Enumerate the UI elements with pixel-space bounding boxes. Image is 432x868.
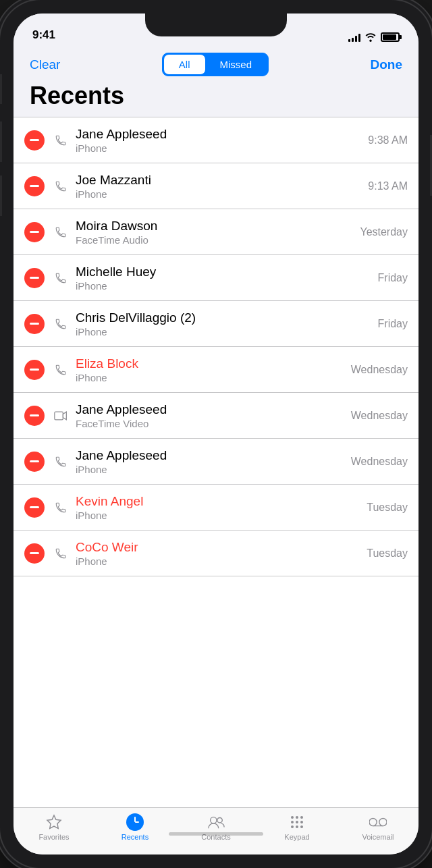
list-item[interactable]: Moira DawsonFaceTime AudioYesterday xyxy=(14,209,418,255)
call-info: CoCo WeiriPhone xyxy=(76,539,367,568)
delete-button[interactable] xyxy=(24,176,45,196)
call-subtype: FaceTime Audio xyxy=(76,234,360,246)
svg-point-9 xyxy=(291,825,294,828)
phone-icon xyxy=(54,455,68,468)
call-time: Wednesday xyxy=(351,456,408,468)
volume-up-button[interactable] xyxy=(0,121,2,162)
svg-point-5 xyxy=(300,816,303,819)
call-info: Chris DelVillaggio (2)iPhone xyxy=(76,310,378,338)
tab-contacts[interactable]: Contacts xyxy=(176,813,256,841)
favorites-label: Favorites xyxy=(38,833,69,841)
call-name: Joe Mazzanti xyxy=(76,172,368,189)
delete-button[interactable] xyxy=(24,497,45,518)
nav-row: Clear All Missed Done xyxy=(30,53,402,76)
list-item[interactable]: Joe MazzantiiPhone9:13 AM xyxy=(14,163,418,209)
call-subtype: iPhone xyxy=(76,142,368,154)
svg-point-7 xyxy=(296,821,298,823)
list-item[interactable]: Michelle HueyiPhoneFriday xyxy=(14,255,418,301)
delete-button[interactable] xyxy=(24,130,45,151)
svg-point-6 xyxy=(291,821,294,823)
call-time: Tuesday xyxy=(367,501,408,514)
signal-icon xyxy=(348,32,360,42)
nav-bar: Clear All Missed Done xyxy=(14,47,418,79)
keypad-label: Keypad xyxy=(284,833,309,841)
contacts-icon xyxy=(207,813,225,831)
list-item[interactable]: Jane AppleseediPhone9:38 AM xyxy=(14,117,418,163)
recents-label: Recents xyxy=(122,833,148,841)
call-subtype: iPhone xyxy=(76,280,378,292)
silent-switch[interactable] xyxy=(0,74,2,104)
keypad-icon xyxy=(288,813,306,831)
call-info: Eliza BlockiPhone xyxy=(76,356,351,384)
call-name: Moira Dawson xyxy=(76,218,360,235)
delete-button[interactable] xyxy=(24,222,45,242)
call-info: Jane AppleseedFaceTime Video xyxy=(76,402,351,430)
phone-icon xyxy=(54,317,68,331)
list-item[interactable]: Jane AppleseedFaceTime VideoWednesday xyxy=(14,393,418,439)
done-button[interactable]: Done xyxy=(371,57,403,72)
call-name: Eliza Block xyxy=(76,356,351,373)
missed-tab[interactable]: Missed xyxy=(205,55,267,74)
svg-point-3 xyxy=(291,816,294,819)
phone-icon xyxy=(54,547,68,560)
call-subtype: iPhone xyxy=(76,510,367,521)
call-time: 9:13 AM xyxy=(368,180,408,192)
call-name: Jane Appleseed xyxy=(76,447,351,464)
list-item[interactable]: CoCo WeiriPhoneTuesday xyxy=(14,531,418,576)
call-info: Michelle HueyiPhone xyxy=(76,264,378,292)
clear-button[interactable]: Clear xyxy=(30,57,60,72)
call-time: Wednesday xyxy=(351,364,408,376)
call-info: Joe MazzantiiPhone xyxy=(76,172,368,200)
phone-icon xyxy=(54,225,68,239)
tab-keypad[interactable]: Keypad xyxy=(256,813,338,841)
call-name: Jane Appleseed xyxy=(76,126,368,143)
delete-button[interactable] xyxy=(24,406,45,426)
call-time: 9:38 AM xyxy=(368,134,408,146)
voicemail-icon xyxy=(369,813,387,831)
phone-icon xyxy=(54,501,68,514)
call-subtype: FaceTime Video xyxy=(76,418,351,429)
tab-voicemail[interactable]: Voicemail xyxy=(338,813,418,841)
phone-icon xyxy=(54,363,68,377)
delete-button[interactable] xyxy=(24,314,45,334)
battery-icon xyxy=(381,32,400,42)
home-indicator xyxy=(169,832,263,836)
phone-icon xyxy=(54,180,68,193)
delete-button[interactable] xyxy=(24,543,45,564)
call-name: Jane Appleseed xyxy=(76,402,351,418)
call-info: Moira DawsonFaceTime Audio xyxy=(76,218,360,246)
delete-button[interactable] xyxy=(24,360,45,380)
svg-point-12 xyxy=(369,818,377,825)
call-time: Friday xyxy=(378,272,408,284)
call-name: CoCo Weir xyxy=(76,539,367,556)
call-name: Chris DelVillaggio (2) xyxy=(76,310,378,327)
svg-rect-0 xyxy=(55,412,63,420)
svg-point-1 xyxy=(211,817,217,823)
recents-list[interactable]: Jane AppleseediPhone9:38 AM Joe Mazzanti… xyxy=(14,117,418,807)
call-subtype: iPhone xyxy=(76,188,368,200)
svg-point-8 xyxy=(300,821,303,823)
call-subtype: iPhone xyxy=(76,326,378,337)
list-item[interactable]: Eliza BlockiPhoneWednesday xyxy=(14,347,418,393)
list-item[interactable]: Kevin AngeliPhoneTuesday xyxy=(14,485,418,531)
delete-button[interactable] xyxy=(24,268,45,288)
svg-point-10 xyxy=(296,825,298,828)
svg-point-13 xyxy=(379,818,387,825)
page-title: Recents xyxy=(30,82,402,110)
call-time: Yesterday xyxy=(360,226,408,238)
call-name: Michelle Huey xyxy=(76,264,378,281)
svg-point-11 xyxy=(300,825,303,828)
call-time: Wednesday xyxy=(351,410,408,422)
all-tab[interactable]: All xyxy=(164,55,205,74)
phone-frame: 9:41 Clear xyxy=(0,0,432,868)
call-time: Tuesday xyxy=(367,547,408,560)
video-icon xyxy=(54,409,68,423)
list-item[interactable]: Jane AppleseediPhoneWednesday xyxy=(14,439,418,485)
list-item[interactable]: Chris DelVillaggio (2)iPhoneFriday xyxy=(14,301,418,347)
delete-button[interactable] xyxy=(24,452,45,472)
tab-recents[interactable]: Recents xyxy=(94,813,176,841)
volume-down-button[interactable] xyxy=(0,175,2,216)
segment-control: All Missed xyxy=(162,53,269,76)
call-name: Kevin Angel xyxy=(76,493,367,510)
tab-favorites[interactable]: Favorites xyxy=(14,813,94,841)
